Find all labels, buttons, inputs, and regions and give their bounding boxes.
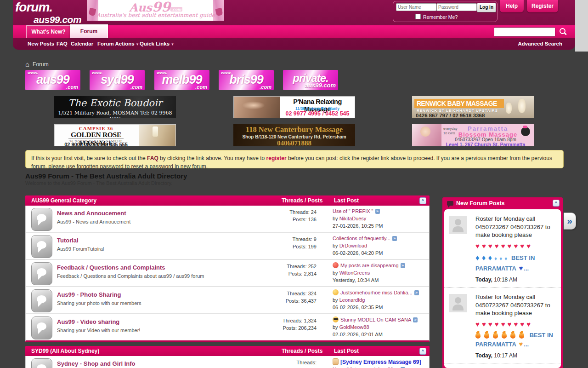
ad-blossom-massage[interactable]: everyday10 Girls Parramatta Blossom Mass… bbox=[412, 124, 534, 146]
last-post-user[interactable]: GoldMeow88 bbox=[339, 324, 369, 330]
goto-last-post-icon[interactable]: » bbox=[392, 236, 397, 241]
ad-photo bbox=[412, 124, 441, 146]
last-post-user[interactable]: Leonardfdg bbox=[339, 297, 365, 303]
thumbs-up-icon bbox=[333, 358, 339, 365]
breadcrumb: ⌂Forum bbox=[25, 60, 49, 68]
last-post-link[interactable]: Collections of frequently... bbox=[333, 236, 390, 241]
new-post-item[interactable]: Roster for Monday call 0450723267 045073… bbox=[444, 363, 561, 368]
banner-syd99[interactable]: www.syd99.com bbox=[90, 70, 145, 90]
search-button[interactable] bbox=[558, 27, 569, 36]
username-input[interactable] bbox=[396, 3, 436, 11]
ad-photo bbox=[139, 125, 175, 146]
last-post-date: 06-02-2026, 04:20 PM bbox=[333, 250, 427, 257]
help-button[interactable]: Help bbox=[500, 0, 524, 12]
banner-private-aus99[interactable]: private.aus99.com bbox=[283, 70, 338, 90]
breadcrumb-forum[interactable]: Forum bbox=[33, 61, 49, 68]
hearts-row bbox=[475, 242, 559, 251]
forum-description: Aus99 ForumTutoiral bbox=[57, 246, 250, 252]
ad-pnana-massage[interactable]: P'Nana Relaxing Massage 11/36 Sydney Rd.… bbox=[233, 96, 355, 118]
goto-last-post-icon[interactable]: » bbox=[401, 263, 405, 268]
forum-row-tutorial: TutorialAus99 ForumTutoiral Threads: 9Po… bbox=[26, 233, 429, 260]
last-post-link[interactable]: Use of " PREFIX " bbox=[333, 208, 373, 214]
forum-row-news: News and AnnoucementAus99 - News and Ann… bbox=[26, 206, 429, 233]
posts-count: Posts: 36,437 bbox=[255, 298, 317, 305]
forum-title-link[interactable]: News and Annoucement bbox=[57, 210, 126, 217]
forum-row-sydney-shop: Sydney - Shop and Girl InfoTalk about Sy… bbox=[26, 356, 429, 368]
header-banner-ad[interactable]: Aus99.com Australia's best adult enterta… bbox=[87, 0, 224, 21]
posts-count: Posts: 2,814 bbox=[255, 270, 317, 278]
register-link[interactable]: register bbox=[266, 155, 287, 161]
post-title[interactable]: Roster for Monday call 0450723267 045073… bbox=[475, 215, 550, 238]
tab-forum[interactable]: Forum bbox=[70, 24, 108, 38]
last-post-link[interactable]: Justsomehourhoe miss Dahlia... bbox=[340, 290, 413, 295]
cool-emoji-icon bbox=[333, 316, 339, 322]
sidebar-flyout-button[interactable]: » bbox=[564, 213, 576, 230]
tab-whats-new[interactable]: What's New? bbox=[26, 25, 70, 38]
flames-row bbox=[475, 332, 528, 339]
advanced-search-link[interactable]: Advanced Search bbox=[518, 41, 562, 46]
chevron-down-icon: ▾ bbox=[171, 42, 174, 46]
last-post-link[interactable]: [Sydney Empress Massage 69] bbox=[340, 359, 421, 365]
category-header: SYD99 (All About Sydney) Threads / Posts… bbox=[25, 346, 430, 356]
category-header: AUS99 General Category Threads / Posts L… bbox=[25, 196, 430, 206]
remember-checkbox[interactable] bbox=[415, 14, 421, 19]
collapse-button[interactable]: ^ bbox=[419, 348, 426, 355]
ad-renwick-massage[interactable]: RENWICK BABY MASSAGE RENWICK ST LEICHHAR… bbox=[412, 96, 534, 118]
forum-title-link[interactable]: Tutorial bbox=[57, 237, 79, 244]
home-icon[interactable]: ⌂ bbox=[25, 60, 29, 68]
collapse-button[interactable]: ^ bbox=[553, 200, 560, 207]
goto-last-post-icon[interactable]: » bbox=[375, 209, 380, 214]
search-input[interactable] bbox=[494, 27, 555, 37]
goto-last-post-icon[interactable]: » bbox=[413, 317, 418, 322]
forum-title-link[interactable]: Aus99 - Video sharing bbox=[57, 318, 119, 325]
widget-title: New Forum Posts bbox=[456, 200, 505, 207]
logo-line1: forum. bbox=[15, 1, 81, 14]
password-input[interactable] bbox=[436, 3, 477, 11]
faq-link[interactable]: FAQ bbox=[147, 155, 158, 161]
widget-body: Roster for Monday call 0450723267 045073… bbox=[444, 209, 561, 368]
forum-title-link[interactable]: Aus99 - Photo Sharing bbox=[57, 291, 121, 298]
post-title[interactable]: Roster for Monday call 0450723267 045073… bbox=[475, 293, 550, 316]
last-post-user[interactable]: DrDownload bbox=[339, 243, 368, 248]
column-threads-posts: Threads / Posts bbox=[282, 197, 322, 204]
posts-count: Posts: 199 bbox=[255, 243, 317, 251]
subnav-calendar[interactable]: Calendar bbox=[71, 41, 93, 46]
subnav-faq[interactable]: FAQ bbox=[57, 41, 68, 46]
ad-canterbury-massage[interactable]: 118 New Canterbury Massage Shop B/118-12… bbox=[233, 124, 355, 146]
last-post-date: 27-01-2026, 10:25 PM bbox=[333, 223, 427, 230]
goto-last-post-icon[interactable]: » bbox=[414, 290, 419, 295]
threads-count: Threads: bbox=[255, 359, 317, 367]
ad-golden-rose-massage[interactable]: CAMPSIE 36 GOLDEN ROSE MASSAGE 36 NORTH … bbox=[54, 124, 176, 146]
forum-bubble-icon bbox=[31, 289, 52, 312]
threads-count: Threads: 324 bbox=[255, 290, 317, 298]
post-time: Today, 10:18 AM bbox=[475, 276, 559, 283]
ad-exotic-boudoir[interactable]: The Exotic Boudoir 1/521 Military Road, … bbox=[54, 96, 176, 118]
collapse-button[interactable]: ^ bbox=[419, 197, 426, 204]
login-button[interactable]: Log in bbox=[477, 3, 496, 12]
post-time: Today, 10:17 AM bbox=[475, 352, 559, 359]
last-post-link[interactable]: Stunny MODEL On CAM SANA bbox=[340, 317, 411, 322]
forum-description: Sharing your photo with our members bbox=[57, 300, 250, 306]
page-subtitle: Welcome to the Aus99 Forum - The Best Au… bbox=[25, 180, 172, 186]
scrollbar[interactable] bbox=[575, 0, 588, 52]
last-post-user[interactable]: NikitaDuesy bbox=[339, 216, 367, 221]
banner-bris99[interactable]: www.bris99.com bbox=[219, 70, 274, 90]
posts-count: Posts: 136 bbox=[255, 216, 317, 224]
last-post-link[interactable]: My posts are disappearng bbox=[340, 263, 399, 268]
new-forum-posts-widget: New Forum Posts ^ Roster for Monday call… bbox=[442, 197, 563, 368]
site-logo[interactable]: forum. aus99.com bbox=[15, 1, 81, 24]
category-title: SYD99 (All About Sydney) bbox=[31, 348, 99, 354]
new-post-item[interactable]: Roster for Monday call 0450723267 045073… bbox=[444, 288, 561, 363]
forum-title-link[interactable]: Feedback / Questions and Complaints bbox=[57, 264, 165, 271]
column-last-post: Last Post bbox=[334, 197, 359, 204]
banner-aus99[interactable]: www.aus99.com bbox=[25, 70, 80, 90]
forum-title-link[interactable]: Sydney - Shop and Girl Info bbox=[57, 360, 135, 367]
subnav-quick-links[interactable]: Quick Links▾ bbox=[140, 41, 174, 46]
subnav-new-posts[interactable]: New Posts bbox=[28, 41, 54, 46]
candle-icon bbox=[518, 99, 526, 113]
subnav-forum-actions[interactable]: Forum Actions▾ bbox=[97, 41, 138, 46]
new-post-item[interactable]: Roster for Monday call 0450723267 045073… bbox=[444, 209, 561, 288]
last-post-user[interactable]: WiltonGreens bbox=[339, 270, 370, 276]
register-button[interactable]: Register bbox=[527, 0, 558, 12]
banner-melb99[interactable]: www.melb99.com bbox=[154, 70, 209, 90]
